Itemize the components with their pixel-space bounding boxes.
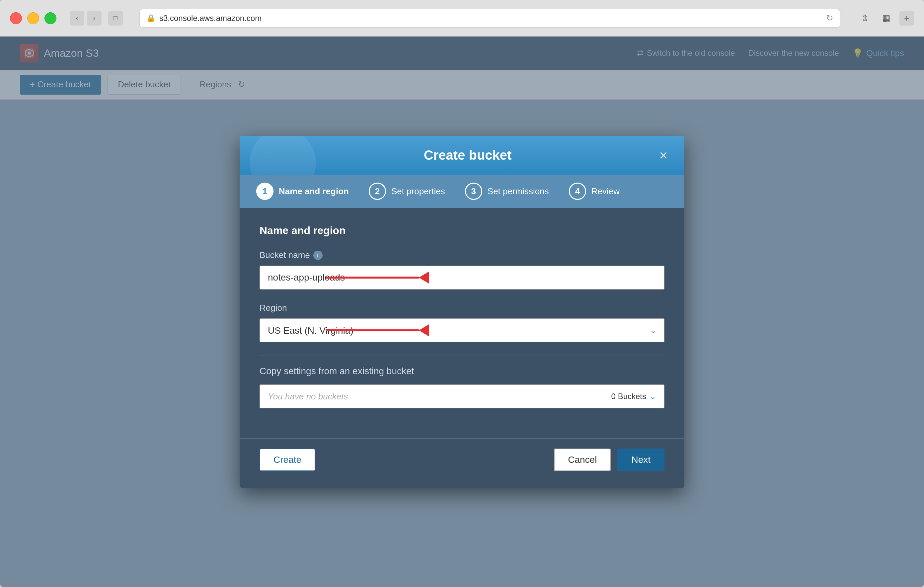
create-bucket-modal: Create bucket × 1 Name and region 2 Set … bbox=[239, 136, 685, 488]
browser-frame: ‹ › □ 🔒 s3.console.aws.amazon.com ↻ ⇫ ▦ … bbox=[0, 0, 924, 587]
step-4[interactable]: 4 Review bbox=[569, 183, 620, 200]
step-2-number: 2 bbox=[369, 183, 386, 200]
next-button[interactable]: Next bbox=[617, 448, 665, 471]
url-text: s3.console.aws.amazon.com bbox=[159, 13, 262, 23]
copy-bucket-select[interactable]: You have no buckets 0 Buckets ⌄ bbox=[259, 384, 665, 408]
modal-body: Name and region Bucket name i bbox=[239, 208, 685, 438]
step-3-label: Set permissions bbox=[488, 186, 549, 197]
copy-bucket-count: 0 Buckets ⌄ bbox=[611, 392, 656, 401]
arrow-line bbox=[326, 276, 419, 279]
modal-backdrop: Create bucket × 1 Name and region 2 Set … bbox=[0, 36, 924, 587]
page-content: Amazon S3 ⇄ Switch to the old console Di… bbox=[0, 36, 924, 587]
region-arrow-line bbox=[326, 329, 419, 331]
address-bar[interactable]: 🔒 s3.console.aws.amazon.com ↻ bbox=[139, 9, 840, 28]
modal-header: Create bucket × bbox=[239, 136, 685, 175]
nav-buttons: ‹ › bbox=[70, 11, 102, 26]
step-3[interactable]: 3 Set permissions bbox=[465, 183, 549, 200]
region-label: Region bbox=[259, 303, 665, 313]
tab-view-button[interactable]: □ bbox=[108, 11, 123, 26]
step-1-label: Name and region bbox=[279, 186, 349, 197]
forward-button[interactable]: › bbox=[87, 11, 102, 26]
copy-settings-group: Copy settings from an existing bucket Yo… bbox=[259, 366, 665, 408]
modal-footer: Create Cancel Next bbox=[239, 438, 685, 488]
region-arrow-annotation bbox=[326, 324, 429, 336]
step-1[interactable]: 1 Name and region bbox=[256, 183, 349, 200]
create-button[interactable]: Create bbox=[259, 448, 315, 471]
step-1-number: 1 bbox=[256, 183, 274, 200]
bucket-name-group: Bucket name i bbox=[259, 250, 665, 289]
back-button[interactable]: ‹ bbox=[70, 11, 84, 26]
region-select[interactable]: US East (N. Virginia) US West (Oregon) E… bbox=[259, 318, 665, 342]
step-4-label: Review bbox=[591, 186, 620, 197]
footer-right-buttons: Cancel Next bbox=[554, 448, 665, 471]
share-button[interactable]: ⇫ bbox=[857, 10, 873, 26]
region-arrow-head bbox=[419, 324, 429, 336]
browser-titlebar: ‹ › □ 🔒 s3.console.aws.amazon.com ↻ ⇫ ▦ … bbox=[0, 0, 924, 36]
step-2[interactable]: 2 Set properties bbox=[369, 183, 445, 200]
ssl-lock-icon: 🔒 bbox=[146, 14, 155, 23]
steps-bar: 1 Name and region 2 Set properties 3 Set… bbox=[239, 175, 685, 208]
maximize-window-button[interactable] bbox=[45, 12, 56, 24]
bucket-name-arrow-annotation bbox=[326, 271, 429, 284]
copy-placeholder-text: You have no buckets bbox=[268, 392, 348, 402]
step-3-number: 3 bbox=[465, 183, 482, 200]
modal-title: Create bucket bbox=[276, 148, 659, 163]
section-divider bbox=[259, 356, 665, 356]
arrow-head bbox=[419, 271, 429, 284]
region-select-wrapper: US East (N. Virginia) US West (Oregon) E… bbox=[259, 318, 665, 342]
cancel-button[interactable]: Cancel bbox=[554, 448, 610, 471]
traffic-lights bbox=[10, 12, 56, 24]
region-group: Region US East (N. Virginia) US West (Or… bbox=[259, 303, 665, 342]
step-4-number: 4 bbox=[569, 183, 586, 200]
bucket-name-label: Bucket name i bbox=[259, 250, 665, 260]
split-view-button[interactable]: ▦ bbox=[878, 10, 894, 26]
bucket-name-input-wrapper bbox=[259, 266, 665, 289]
bucket-name-info-icon[interactable]: i bbox=[314, 251, 323, 260]
close-window-button[interactable] bbox=[10, 12, 22, 24]
step-2-label: Set properties bbox=[391, 186, 445, 197]
section-title: Name and region bbox=[259, 225, 665, 237]
new-tab-button[interactable]: + bbox=[899, 11, 914, 26]
copy-settings-title: Copy settings from an existing bucket bbox=[259, 366, 665, 377]
region-dropdown-wrapper: US East (N. Virginia) US West (Oregon) E… bbox=[259, 318, 665, 342]
minimize-window-button[interactable] bbox=[27, 12, 39, 24]
browser-actions: ⇫ ▦ + bbox=[857, 10, 914, 26]
copy-chevron-down-icon: ⌄ bbox=[650, 392, 656, 401]
reload-button[interactable]: ↻ bbox=[826, 13, 833, 23]
modal-close-button[interactable]: × bbox=[659, 148, 668, 163]
bucket-name-input[interactable] bbox=[259, 266, 665, 289]
